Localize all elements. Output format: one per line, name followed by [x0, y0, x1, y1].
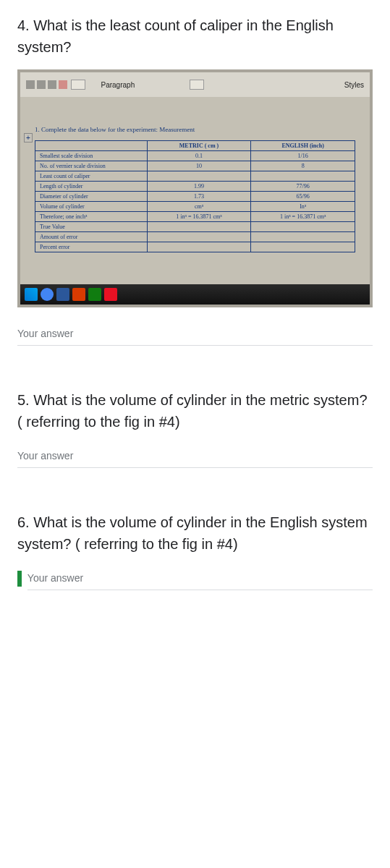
word-icon: [56, 288, 69, 301]
answer-input-4[interactable]: [17, 322, 373, 346]
dropdown-icon: [71, 80, 85, 90]
question-5-title: 5. What is the volume of cylinder in the…: [17, 389, 373, 433]
start-icon: [25, 288, 38, 301]
chrome-icon: [41, 288, 54, 301]
table-header: ENGLISH (inch): [251, 141, 355, 151]
answer-input-6[interactable]: [27, 566, 373, 590]
embedded-screenshot: Paragraph Styles + 1. Complete the data …: [17, 69, 373, 307]
app-icon: [88, 288, 101, 301]
table-row: Least count of caliper: [35, 171, 355, 182]
table-row: Therefore; one inch³1 in³ = 16.3871 cm³1…: [35, 212, 355, 222]
question-4-title: 4. What is the least count of caliper in…: [17, 14, 373, 58]
table-row: Amount of error: [35, 232, 355, 242]
table-row: Smallest scale division0.11/16: [35, 151, 355, 161]
format-icon: [48, 80, 56, 89]
table-row: Length of cylinder1.9977/96: [35, 182, 355, 192]
toolbar-formatting-icons: [26, 80, 85, 90]
paragraph-expand-icon: [190, 80, 204, 90]
highlight-icon: [59, 80, 67, 89]
question-4: 4. What is the least count of caliper in…: [0, 0, 390, 367]
word-toolbar: Paragraph Styles: [20, 72, 370, 97]
question-6-title: 6. What is the volume of cylinder in the…: [17, 511, 373, 555]
question-5: 5. What is the volume of cylinder in the…: [0, 375, 390, 490]
app-icon: [72, 288, 85, 301]
format-icon: [37, 80, 46, 89]
styles-group-label: Styles: [344, 81, 364, 89]
table-row: True Value: [35, 222, 355, 232]
focus-indicator-bar: [17, 571, 22, 587]
format-icon: [26, 80, 35, 89]
table-row: Diameter of cylinder1.7365/96: [35, 192, 355, 202]
table-row: No. of vernier scale division108: [35, 161, 355, 171]
table-header: [35, 141, 148, 151]
table-row: Percent error: [35, 242, 355, 252]
measurement-table: METRIC ( cm ) ENGLISH (inch) Smallest sc…: [35, 140, 355, 252]
question-6: 6. What is the volume of cylinder in the…: [0, 497, 390, 612]
document-page: + 1. Complete the data below for the exp…: [20, 97, 370, 284]
cursor-marker: +: [24, 133, 33, 142]
table-header-row: METRIC ( cm ) ENGLISH (inch): [35, 141, 355, 151]
answer-input-5[interactable]: [17, 444, 373, 468]
paragraph-group-label: Paragraph: [101, 81, 135, 89]
table-row: Volume of cylindercm³In³: [35, 202, 355, 212]
windows-taskbar: [20, 284, 370, 305]
instruction-text: 1. Complete the data below for the exper…: [35, 126, 355, 133]
app-icon: [104, 288, 117, 301]
table-header: METRIC ( cm ): [147, 141, 251, 151]
